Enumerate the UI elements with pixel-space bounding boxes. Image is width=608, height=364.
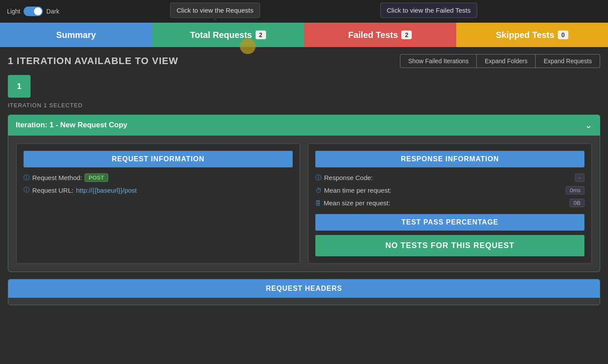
- show-failed-iterations-button[interactable]: Show Failed Iterations: [400, 54, 477, 68]
- test-pass-percentage-header: TEST PASS PERCENTAGE: [315, 214, 584, 231]
- dark-label: Dark: [46, 8, 59, 15]
- url-label: Request URL:: [32, 187, 73, 194]
- main-content: 1 ITERATION AVAILABLE TO VIEW Show Faile…: [0, 47, 608, 312]
- no-tests-banner: NO TESTS FOR THIS REQUEST: [315, 235, 584, 256]
- tab-failed-label: Failed Tests: [348, 30, 398, 40]
- request-info-panel: REQUEST INFORMATION ⓘ Request Method: PO…: [16, 143, 300, 264]
- expand-requests-button[interactable]: Expand Requests: [536, 54, 600, 68]
- tab-failed[interactable]: Failed Tests 2: [304, 23, 456, 47]
- url-value-link[interactable]: http://{{baseurl}}/post: [76, 187, 137, 194]
- top-bar: Light Dark Click to view the Requests Cl…: [0, 0, 608, 23]
- info-icon-method: ⓘ: [24, 174, 30, 182]
- iteration-title: 1 ITERATION AVAILABLE TO VIEW: [8, 55, 178, 67]
- response-code-label: Response Code:: [324, 174, 373, 181]
- iteration-card-title: Iteration: 1 - New Request Copy: [16, 121, 127, 129]
- iteration-1-button[interactable]: 1: [8, 75, 31, 98]
- iteration-actions: Show Failed Iterations Expand Folders Ex…: [400, 54, 600, 68]
- response-code-row: ⓘ Response Code: -: [315, 173, 584, 182]
- response-time-label: Mean time per request:: [324, 187, 391, 194]
- light-label: Light: [7, 8, 20, 15]
- db-icon: [315, 200, 321, 207]
- tab-requests-badge: 2: [256, 31, 266, 39]
- request-headers-section: REQUEST HEADERS: [8, 279, 600, 305]
- tab-skipped-badge: 0: [558, 31, 568, 39]
- method-value-badge: POST: [85, 173, 108, 182]
- iteration-body: REQUEST INFORMATION ⓘ Request Method: PO…: [8, 136, 600, 272]
- iteration-header-row: 1 ITERATION AVAILABLE TO VIEW Show Faile…: [8, 54, 600, 68]
- tooltip-requests: Click to view the Requests: [170, 3, 260, 18]
- url-row: ⓘ Request URL: http://{{baseurl}}/post: [24, 186, 293, 194]
- response-size-row: Mean size per request: 0B: [315, 199, 584, 207]
- request-info-panel-header: REQUEST INFORMATION: [24, 151, 293, 167]
- clock-icon: [315, 187, 321, 194]
- chevron-down-icon: ⌄: [585, 120, 592, 130]
- response-size-value: 0B: [570, 199, 584, 207]
- tab-summary[interactable]: Summary: [0, 23, 152, 47]
- info-icon-url: ⓘ: [24, 186, 30, 194]
- tab-requests[interactable]: Total Requests 2: [152, 23, 304, 47]
- expand-folders-button[interactable]: Expand Folders: [477, 54, 536, 68]
- method-label: Request Method:: [32, 174, 82, 181]
- iteration-buttons: 1: [8, 75, 600, 98]
- tooltip-failed: Click to view the Failed Tests: [380, 3, 477, 18]
- response-info-panel: RESPONSE INFORMATION ⓘ Response Code: - …: [308, 143, 592, 264]
- response-size-label: Mean size per request:: [324, 199, 390, 207]
- tab-requests-label: Total Requests: [190, 30, 252, 40]
- iteration-selected-label: ITERATION 1 SELECTED: [8, 102, 600, 109]
- toggle-knob: [34, 7, 42, 15]
- response-time-value: 0ms: [566, 186, 584, 194]
- theme-toggle[interactable]: Light Dark: [7, 7, 59, 16]
- method-row: ⓘ Request Method: POST: [24, 173, 293, 182]
- tab-summary-label: Summary: [56, 30, 96, 40]
- tab-failed-badge: 2: [401, 31, 412, 39]
- response-code-value: -: [575, 173, 584, 182]
- response-info-panel-header: RESPONSE INFORMATION: [315, 151, 584, 167]
- info-icon-code: ⓘ: [315, 174, 321, 182]
- tab-skipped-label: Skipped Tests: [496, 30, 554, 40]
- request-headers-title: REQUEST HEADERS: [8, 279, 600, 298]
- iteration-card-header[interactable]: Iteration: 1 - New Request Copy ⌄: [8, 115, 600, 136]
- tab-bar: Summary Total Requests 2 Failed Tests 2 …: [0, 23, 608, 47]
- response-time-row: Mean time per request: 0ms: [315, 186, 584, 194]
- tab-skipped[interactable]: Skipped Tests 0: [456, 23, 608, 47]
- theme-switch[interactable]: [24, 7, 43, 16]
